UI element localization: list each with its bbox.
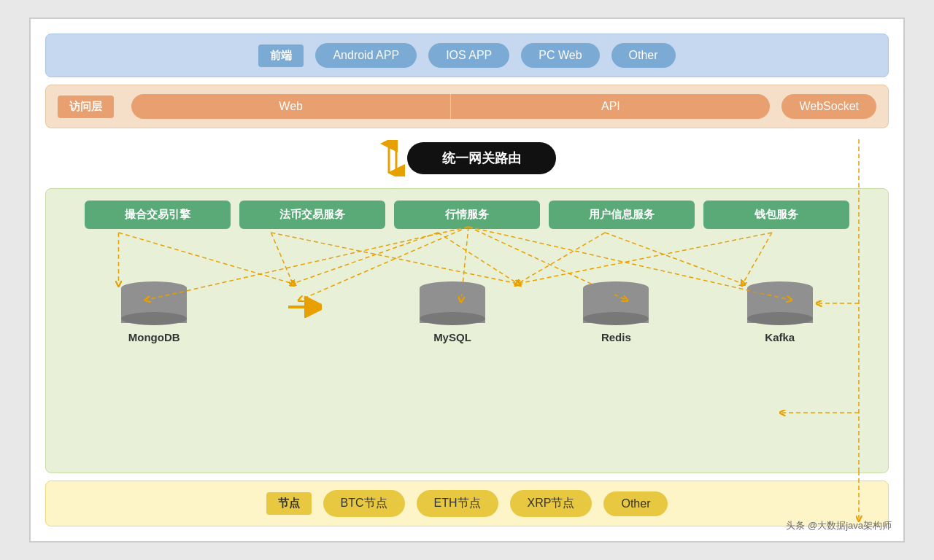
service-0: 撮合交易引擎 [85,201,231,229]
db-mysql-icon [420,281,485,325]
services-db-section: 撮合交易引擎 法币交易服务 行情服务 用户信息服务 钱包服务 [45,188,889,473]
service-3: 用户信息服务 [549,201,695,229]
db-mongodb-icon [121,281,187,325]
service-2: 行情服务 [394,201,540,229]
frontend-pcweb: PC Web [521,43,599,68]
db-kafka-icon [747,281,813,325]
db-mongodb: MongoDB [121,281,187,343]
node-eth: ETH节点 [417,490,498,517]
frontend-other: Other [611,43,676,68]
access-label: 访问层 [58,96,114,118]
access-api: API [451,94,770,119]
frontend-ios: IOS APP [428,43,509,68]
db-row: MongoDB [58,276,876,349]
gateway-box: 统一网关路由 [407,142,556,174]
frontend-label: 前端 [258,44,304,67]
node-other: Other [603,491,668,516]
node-xrp: XRP节点 [510,490,593,517]
db-mongodb-label: MongoDB [128,331,180,343]
frontend-android: Android APP [315,43,417,68]
db-redis-icon [583,281,649,325]
db-mysql: MySQL [420,281,485,343]
service-1: 法币交易服务 [239,201,385,229]
updown-arrow-container [378,140,407,176]
db-redis: Redis [583,281,649,343]
mongodb-mysql-arrow [285,296,322,318]
watermark: 头条 @大数据java架构师 [786,519,892,532]
frontend-section: 前端 Android APP IOS APP PC Web Other [45,34,889,77]
web-api-group: Web API [131,94,770,119]
access-web: Web [131,94,451,119]
diagram-container: 前端 Android APP IOS APP PC Web Other 访问层 … [29,18,905,542]
access-websocket: WebSocket [781,94,876,119]
service-4: 钱包服务 [703,201,849,229]
db-kafka-label: Kafka [765,331,795,343]
gateway-section: 统一网关路由 [45,136,889,181]
nodes-section: 节点 BTC节点 ETH节点 XRP节点 Other [45,481,889,526]
access-section: 访问层 Web API WebSocket [45,85,889,128]
db-mysql-label: MySQL [433,331,471,343]
updown-arrow-icon [378,140,407,176]
access-content: 访问层 Web API WebSocket [58,94,876,119]
nodes-label: 节点 [266,492,312,515]
solid-right-arrow-icon [285,296,322,318]
db-kafka: Kafka [747,281,813,343]
node-btc: BTC节点 [323,490,405,517]
db-redis-label: Redis [601,331,631,343]
services-row: 撮合交易引擎 法币交易服务 行情服务 用户信息服务 钱包服务 [58,201,876,229]
